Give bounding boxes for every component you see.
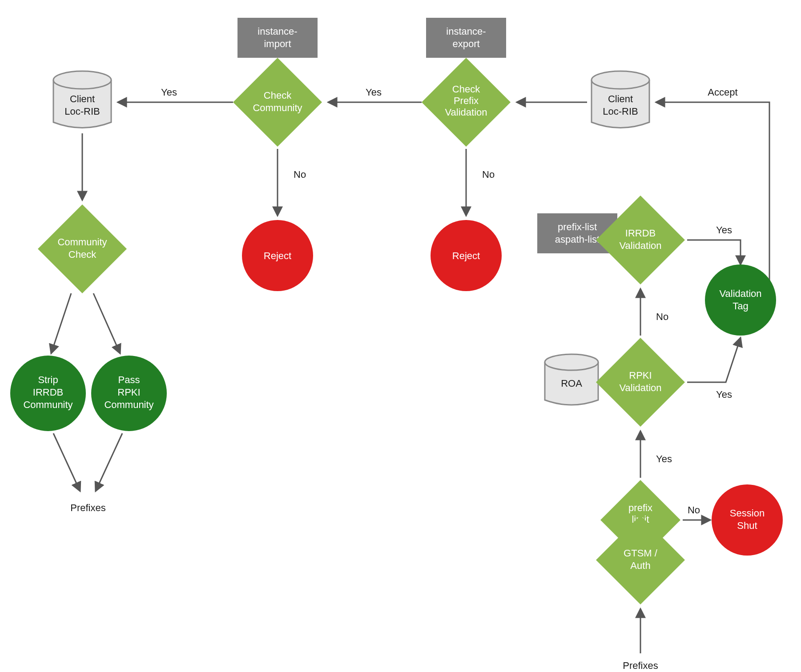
instance-export-l2: export: [452, 38, 479, 49]
session-shut-circle: Session Shut: [712, 484, 783, 556]
cpv-l1: Check: [452, 84, 480, 95]
community-check-l2: Check: [68, 249, 97, 260]
svg-line-16: [93, 293, 120, 353]
community-check-diamond: Community Check: [38, 204, 127, 293]
strip-l2: IRRDB: [33, 387, 63, 398]
no-label-2: No: [482, 169, 495, 180]
yes-label-5: Yes: [656, 453, 672, 464]
prefixes-label-left: Prefixes: [70, 502, 105, 513]
rpki-l1: RPKI: [629, 370, 652, 381]
client-loc-rib-right-l2: Loc-RIB: [603, 106, 638, 117]
ss-l1: Session: [730, 508, 765, 519]
ga-l2: Auth: [630, 560, 650, 571]
reject-circle-1: Reject: [242, 220, 313, 291]
instance-export-l1: instance-: [446, 26, 486, 37]
pass-l1: Pass: [118, 374, 140, 385]
svg-rect-1: [426, 18, 506, 58]
no-label-4: No: [688, 504, 700, 516]
pass-l3: Community: [104, 399, 153, 410]
yes-label-2: Yes: [366, 87, 382, 98]
strip-l3: Community: [23, 399, 72, 410]
svg-rect-0: [237, 18, 318, 58]
instance-import-l2: import: [264, 38, 291, 49]
svg-point-24: [545, 354, 598, 370]
svg-line-19: [53, 433, 80, 491]
check-community-l2: Community: [253, 102, 302, 113]
rpki-validation-diamond: RPKI Validation: [596, 338, 685, 427]
svg-line-15: [51, 293, 71, 353]
client-loc-rib-right-db: Client Loc-RIB: [592, 71, 649, 128]
client-loc-rib-left-l1: Client: [70, 93, 95, 104]
pass-rpki-circle: Pass RPKI Community: [91, 356, 167, 431]
pass-l2: RPKI: [117, 387, 140, 398]
reject-circle-2: Reject: [431, 220, 502, 291]
irrdb-l1: IRRDB: [625, 228, 656, 239]
client-loc-rib-left-db: Client Loc-RIB: [53, 71, 111, 128]
ss-l2: Shut: [737, 520, 757, 531]
check-prefix-validation-diamond: Check Prefix Validation: [422, 58, 511, 147]
pl-l1: prefix: [628, 502, 652, 513]
instance-import-l1: instance-: [258, 26, 297, 37]
pa-l1: prefix-list: [558, 221, 597, 232]
accept-label: Accept: [708, 87, 737, 98]
yes-label-3: Yes: [716, 224, 732, 236]
irrdb-validation-diamond: IRRDB Validation: [596, 196, 685, 284]
reject-1-label: Reject: [264, 250, 291, 261]
yes-label-4: Yes: [716, 389, 732, 400]
yes-label-1: Yes: [161, 87, 177, 98]
vt-l1: Validation: [720, 288, 762, 299]
instance-import-box: instance- import: [237, 18, 318, 58]
reject-2-label: Reject: [452, 250, 480, 261]
svg-line-20: [96, 433, 122, 491]
roa-label: ROA: [561, 378, 582, 389]
vt-l2: Tag: [733, 300, 748, 312]
svg-point-5: [592, 71, 649, 89]
irrdb-l2: Validation: [620, 240, 662, 251]
pa-l2: aspath-list: [555, 234, 600, 245]
cpv-l2: Prefix: [454, 95, 479, 106]
ga-l1: GTSM /: [624, 548, 658, 559]
prefixes-label-right: Prefixes: [623, 660, 658, 671]
rpki-l2: Validation: [620, 382, 662, 393]
strip-irrdb-circle: Strip IRRDB Community: [10, 356, 86, 431]
check-community-diamond: Check Community: [233, 58, 322, 147]
validation-tag-circle: Validation Tag: [705, 264, 776, 336]
flow-diagram: instance- import instance- export Client…: [0, 0, 801, 672]
client-loc-rib-left-l2: Loc-RIB: [64, 106, 100, 117]
svg-point-2: [53, 71, 111, 89]
strip-l1: Strip: [38, 374, 58, 385]
instance-export-box: instance- export: [426, 18, 506, 58]
svg-point-23: [705, 264, 776, 336]
client-loc-rib-right-l1: Client: [608, 93, 633, 104]
no-label-3: No: [656, 311, 668, 322]
check-community-l1: Check: [264, 90, 292, 101]
roa-db: ROA: [545, 354, 598, 405]
community-check-l1: Community: [57, 236, 107, 248]
cpv-l3: Validation: [445, 107, 487, 118]
no-label-1: No: [294, 169, 306, 180]
